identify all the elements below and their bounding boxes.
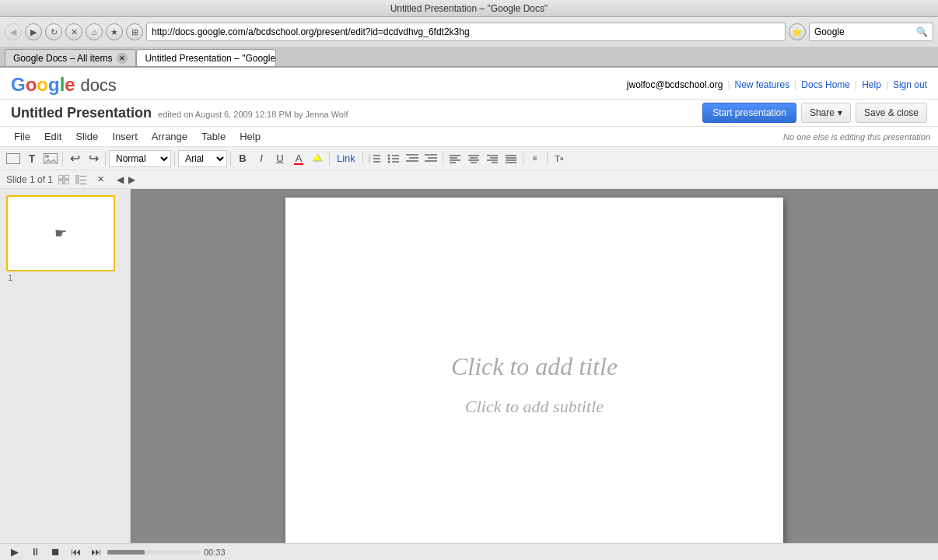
address-bar[interactable]: http://docs.google.com/a/bcdschool.org/p… xyxy=(146,23,786,41)
status-pause[interactable]: ⏸ xyxy=(26,544,44,561)
window-title: Untitled Presentation – "Google Docs" xyxy=(390,3,548,14)
google-header: Google docs jwolfoc@bcdschool.org | New … xyxy=(0,68,938,100)
logo-o1: o xyxy=(26,74,37,95)
tabs: Google Docs – All items ✕ Untitled Prese… xyxy=(0,47,938,67)
logo-docs: docs xyxy=(80,75,116,95)
save-close-button[interactable]: Save & close xyxy=(856,103,927,123)
toolbar-align-right[interactable] xyxy=(484,150,501,167)
toolbar-bold[interactable]: B xyxy=(234,150,251,167)
doc-title[interactable]: Untitled Presentation xyxy=(11,105,152,121)
menu-insert[interactable]: Insert xyxy=(106,128,144,145)
bookmarks-button[interactable]: ★ xyxy=(106,23,123,40)
new-features-link[interactable]: New features xyxy=(735,79,790,90)
nav-prev[interactable]: ◀ xyxy=(117,174,124,185)
svg-rect-45 xyxy=(75,183,79,184)
slide-canvas[interactable]: Click to add title Click to add subtitle xyxy=(285,198,783,560)
toolbar-font-color[interactable]: A xyxy=(290,150,307,167)
menu-table[interactable]: Table xyxy=(195,128,232,145)
google-logo: Google docs xyxy=(11,74,117,96)
status-bar: ▶ ⏸ ⏹ ⏮ ⏭ 00:33 xyxy=(0,543,938,560)
status-stop[interactable]: ⏹ xyxy=(47,544,64,561)
slide-list-view[interactable] xyxy=(75,174,87,185)
slide-subtitle-placeholder[interactable]: Click to add subtitle xyxy=(465,397,604,417)
stop-button[interactable]: ✕ xyxy=(65,23,82,40)
svg-rect-39 xyxy=(58,180,63,184)
menu-arrange[interactable]: Arrange xyxy=(145,128,194,145)
svg-rect-0 xyxy=(6,153,20,164)
status-time: 00:33 xyxy=(204,548,226,557)
toolbar-undo[interactable]: ↩ xyxy=(66,150,83,167)
search-text: Google xyxy=(814,26,845,37)
toolbar-align-left[interactable] xyxy=(446,150,464,167)
status-next[interactable]: ⏭ xyxy=(87,544,104,561)
nav-bar: ◀ ▶ ↻ ✕ ⌂ ★ ⊞ http://docs.google.com/a/b… xyxy=(0,17,938,47)
toolbar-increase-indent[interactable] xyxy=(422,150,439,167)
logo-o2: o xyxy=(37,74,48,95)
toolbar-sep-5 xyxy=(329,152,330,166)
reload-button[interactable]: ↻ xyxy=(45,23,62,40)
tab-close-1[interactable]: ✕ xyxy=(117,53,128,64)
toolbar-ordered-list[interactable]: 123 xyxy=(366,150,383,167)
share-dropdown-icon: ▾ xyxy=(838,107,842,118)
sign-out-link[interactable]: Sign out xyxy=(893,79,927,90)
toolbar-line-spacing[interactable]: ≡ xyxy=(527,150,544,167)
status-play[interactable]: ▶ xyxy=(6,544,23,561)
start-presentation-button[interactable]: Start presentation xyxy=(702,103,796,123)
slide-thumb-view[interactable] xyxy=(58,174,70,185)
help-link[interactable]: Help xyxy=(862,79,881,90)
toolbar-align-center[interactable] xyxy=(465,150,482,167)
toolbar-sep-9 xyxy=(547,152,548,166)
toolbar-sep-6 xyxy=(362,152,363,166)
refresh-button[interactable]: ⭐ xyxy=(789,23,806,40)
toolbar-insert-slide[interactable] xyxy=(5,150,22,167)
forward-button[interactable]: ▶ xyxy=(25,23,42,40)
docs-home-link[interactable]: Docs Home xyxy=(801,79,850,90)
menu-edit[interactable]: Edit xyxy=(38,128,68,145)
tab-google-docs-all-items[interactable]: Google Docs – All items ✕ xyxy=(5,49,136,66)
slide-panel: ☛ 1 xyxy=(0,189,131,560)
toolbar-highlight[interactable] xyxy=(309,150,326,167)
svg-point-14 xyxy=(387,160,390,163)
nav-next[interactable]: ▶ xyxy=(128,174,135,185)
toolbar-justify[interactable] xyxy=(502,150,520,167)
home-button[interactable]: ⌂ xyxy=(86,23,103,40)
logo-g2: g xyxy=(48,74,60,95)
share-button[interactable]: Share ▾ xyxy=(801,103,851,123)
slide-title-placeholder[interactable]: Click to add title xyxy=(451,352,618,381)
font-selector[interactable]: Arial Times xyxy=(178,150,227,167)
toolbar: T ↩ ↪ Normal Title Subtitle Arial Times … xyxy=(0,147,938,170)
style-selector[interactable]: Normal Title Subtitle xyxy=(109,150,171,167)
slide-thumbnail-1[interactable]: ☛ 1 xyxy=(6,195,115,271)
toolbar-image[interactable] xyxy=(42,150,59,167)
status-prev[interactable]: ⏮ xyxy=(67,544,84,561)
tab-label: Google Docs – All items xyxy=(13,53,112,64)
toolbar-underline[interactable]: U xyxy=(271,150,289,167)
menu-slide[interactable]: Slide xyxy=(69,128,104,145)
toolbar-unordered-list[interactable] xyxy=(385,150,402,167)
search-bar[interactable]: Google 🔍 xyxy=(809,23,933,41)
toolbar-italic[interactable]: I xyxy=(253,150,270,167)
doc-subtitle: edited on August 6, 2009 12:18 PM by Jen… xyxy=(158,110,348,119)
toolbar-text-box[interactable]: T xyxy=(23,150,40,167)
slide-info-text: Slide 1 of 1 xyxy=(6,174,53,185)
tab-untitled-presentation[interactable]: Untitled Presentation – "Google... ✕ xyxy=(136,49,276,66)
toolbar-sep-3 xyxy=(174,152,175,166)
toolbar-decrease-indent[interactable] xyxy=(404,150,421,167)
slide-close-panel[interactable]: ✕ xyxy=(92,171,109,188)
toolbar-superscript[interactable]: Ta xyxy=(551,150,568,167)
canvas-area[interactable]: Click to add title Click to add subtitle xyxy=(131,189,938,560)
share-label: Share xyxy=(810,107,835,118)
doc-title-left: Untitled Presentation edited on August 6… xyxy=(11,105,348,121)
logo-e: e xyxy=(65,74,75,95)
logo-g: G xyxy=(11,74,26,95)
doc-title-bar: Untitled Presentation edited on August 6… xyxy=(0,100,938,127)
svg-rect-38 xyxy=(65,175,69,179)
back-button[interactable]: ◀ xyxy=(5,23,22,40)
menu-help[interactable]: Help xyxy=(233,128,267,145)
extra-nav-button[interactable]: ⊞ xyxy=(126,23,143,40)
toolbar-link-button[interactable]: Link xyxy=(333,150,359,167)
toolbar-sep-7 xyxy=(443,152,443,166)
toolbar-redo[interactable]: ↪ xyxy=(85,150,102,167)
title-bar: Untitled Presentation – "Google Docs" xyxy=(0,0,938,17)
menu-file[interactable]: File xyxy=(8,128,37,145)
